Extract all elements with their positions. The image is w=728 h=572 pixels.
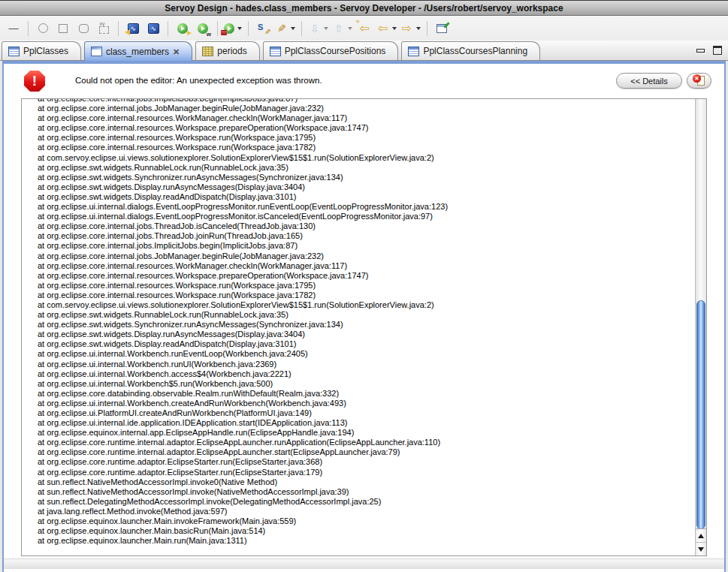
editor-tabbar: PplClassesclass_membersperiodsPplClassCo… [0,41,728,61]
stack-trace-line: at org.eclipse.swt.widgets.RunnableLock.… [38,310,706,320]
stack-trace-line: at org.eclipse.core.runtime.adaptor.Ecli… [38,457,706,467]
back-button[interactable] [375,19,398,38]
stack-trace-line: at sun.reflect.NativeMethodAccessorImpl.… [38,487,706,497]
stack-trace-line: at org.eclipse.core.internal.jobs.Thread… [38,221,706,231]
toolbar [0,16,728,41]
scroll-up-button[interactable] [696,529,706,542]
stack-trace-line: at org.eclipse.core.internal.jobs.JobMan… [38,104,706,113]
toolbar-separator [118,21,119,36]
stack-trace-line: at org.eclipse.swt.widgets.Display.readA… [38,339,706,349]
stack-trace-line: at com.servoy.eclipse.ui.views.solutione… [38,153,706,163]
ellipse-tool-icon [38,23,48,33]
run-smart-client-button[interactable] [173,19,192,38]
run-smart-client-icon [177,23,188,34]
last-edit-location-icon [358,22,371,35]
stack-trace-line: at org.eclipse.swt.widgets.RunnableLock.… [38,163,706,173]
stack-trace-line: at org.eclipse.swt.widgets.Synchronizer.… [38,320,706,330]
tab-label: PplClassCoursePositions [285,46,386,56]
previous-annotation-button [331,19,354,38]
error-message: Could not open the editor: An unexpected… [75,76,322,85]
rounded-rectangle-tool-button[interactable] [74,19,93,38]
editor-error-pane: Could not open the editor: An unexpected… [4,64,724,572]
dropdown-arrow-icon[interactable] [392,27,397,30]
dropdown-arrow-icon[interactable] [348,27,352,30]
back-icon [376,22,389,35]
arrow-down-icon [698,547,704,552]
toolbar-separator [217,21,218,36]
forward-icon [400,22,413,35]
stack-trace-line: at org.eclipse.core.internal.resources.W… [38,123,706,133]
table-icon [270,47,281,56]
tab-periods[interactable]: periods [195,41,259,60]
forward-button[interactable] [399,19,422,38]
error-log-button[interactable] [687,73,711,89]
dropdown-arrow-icon[interactable] [291,27,295,30]
maximize-view-button[interactable] [712,45,723,56]
scroll-down-button[interactable] [696,542,706,555]
table-icon [8,47,20,56]
vertical-scrollbar[interactable] [695,99,706,555]
debug-client-button[interactable] [222,19,243,38]
stack-trace-text: at org.eclipse.core.internal.jobs.Implic… [22,98,706,546]
pin-editor-button[interactable] [432,19,452,38]
dropdown-arrow-icon[interactable] [324,27,328,30]
form-icon [91,47,102,56]
pane-footer-divider [4,558,724,569]
stack-trace-line: at org.eclipse.ui.internal.dialogs.Event… [38,212,706,221]
servoy-sync-icon [148,23,159,34]
arrow-up-icon [698,534,704,538]
rounded-rectangle-tool-icon [79,24,89,33]
tab-class_members[interactable]: class_members [84,41,192,61]
run-web-client-button[interactable] [193,19,213,38]
stack-trace-panel[interactable]: at org.eclipse.core.internal.jobs.Implic… [21,98,707,556]
toolbar-separator [168,21,168,36]
stack-trace-line: at org.eclipse.core.internal.jobs.JobMan… [38,251,706,261]
ellipse-tool-button[interactable] [33,19,53,38]
stack-trace-line: at org.eclipse.core.internal.resources.W… [38,281,706,291]
stack-trace-line: at org.eclipse.core.internal.resources.W… [38,113,706,123]
details-button[interactable]: << Details [616,73,682,89]
stack-trace-line: at org.eclipse.core.runtime.internal.ada… [38,438,706,447]
bounds-selection-tool-button[interactable] [94,19,113,38]
stack-trace-line: at org.eclipse.ui.PlatformUI.createAndRu… [38,408,706,418]
stack-trace-line: at org.eclipse.swt.widgets.Synchronizer.… [38,173,706,182]
edit-tool-icon [275,22,288,35]
stack-trace-line: at org.eclipse.core.internal.resources.W… [38,133,706,143]
pin-editor-icon [436,24,447,33]
stack-trace-line: at org.eclipse.ui.internal.Workbench.acc… [38,369,706,379]
stack-trace-line: at org.eclipse.ui.internal.Workbench.cre… [38,399,706,408]
servoy-sync-back-button[interactable] [123,19,143,38]
next-annotation-icon [308,22,321,35]
stack-trace-line: at org.eclipse.ui.internal.Workbench$5.r… [38,379,706,389]
dropdown-arrow-icon[interactable] [237,27,242,30]
stack-trace-line: at java.lang.reflect.Method.invoke(Metho… [38,507,706,516]
servoy-sync-button[interactable] [143,19,163,38]
last-edit-location-button[interactable] [355,19,374,38]
tab-PplClassCoursesPlanning[interactable]: PplClassCoursesPlanning [401,41,540,60]
servoy-sync-back-icon [128,23,139,34]
edit-tool-button[interactable] [273,19,297,38]
tab-label: class_members [106,47,169,57]
stack-trace-line: at org.eclipse.core.runtime.internal.ada… [38,447,706,457]
edit-stylesheet-button[interactable] [253,19,273,38]
stack-trace-line: at sun.reflect.NativeMethodAccessorImpl.… [38,477,706,487]
close-tab-icon[interactable] [173,47,180,57]
stack-trace-line: at org.eclipse.ui.internal.ide.applicati… [38,418,706,428]
toolbar-separator [248,21,249,36]
scrollbar-buttons [696,528,706,555]
tab-PplClasses[interactable]: PplClasses [2,41,81,60]
scrollbar-thumb[interactable] [696,300,705,529]
view-menu-dash-button[interactable] [4,19,23,38]
tab-PplClassCoursePositions[interactable]: PplClassCoursePositions [263,41,399,60]
stack-trace-line: at org.eclipse.core.internal.jobs.Thread… [38,231,706,241]
maximize-view-icon [713,46,722,55]
tab-label: PplClasses [23,46,68,56]
rectangle-tool-button[interactable] [53,19,73,38]
stack-trace-line: at org.eclipse.core.databinding.observab… [38,389,706,399]
run-web-client-icon [198,23,208,34]
dropdown-arrow-icon[interactable] [416,27,421,30]
edit-stylesheet-icon [257,23,269,35]
stack-trace-line: at org.eclipse.equinox.launcher.Main.inv… [38,516,706,526]
stack-trace-line: at sun.reflect.DelegatingMethodAccessorI… [38,497,706,507]
minimize-view-button[interactable] [695,45,705,56]
